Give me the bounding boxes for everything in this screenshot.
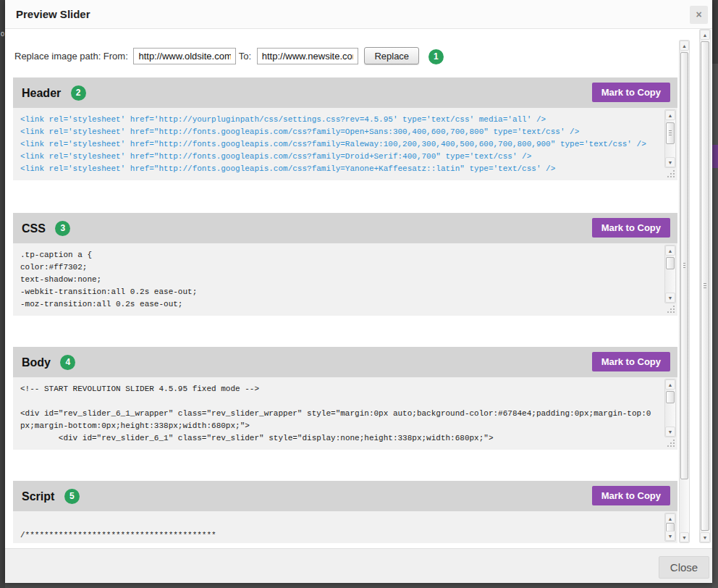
preview-slider-modal: Preview Slider × Replace image path: Fro… — [5, 0, 712, 583]
section-header-title: Header — [22, 87, 61, 99]
section-css: CSS 3 Mark to Copy .tp-caption a { color… — [13, 213, 677, 316]
scrollbar-thumb[interactable] — [701, 41, 709, 531]
close-icon[interactable]: × — [690, 6, 708, 24]
background-page-edge-right — [712, 0, 718, 588]
body-code-textarea[interactable]: <!-- START REVOLUTION SLIDER 4.5.95 fixe… — [13, 377, 677, 450]
step-badge-1: 1 — [428, 49, 444, 64]
css-code-scrollbar[interactable]: ▲ ▼ — [664, 245, 676, 303]
section-css-title: CSS — [22, 222, 46, 235]
resize-grip-icon[interactable] — [667, 169, 675, 178]
modal-frame-scrollbar[interactable]: ▲ ▼ — [699, 29, 711, 543]
section-script-title: Script — [22, 490, 54, 503]
section-css-title-bar: CSS 3 Mark to Copy — [13, 213, 677, 243]
scroll-down-icon[interactable]: ▼ — [680, 532, 689, 542]
thumb-grip-icon — [683, 263, 685, 269]
scroll-down-icon[interactable]: ▼ — [665, 427, 675, 437]
background-page-fragment: 0 — [1, 30, 4, 38]
modal-titlebar: Preview Slider × — [5, 0, 712, 29]
mark-to-copy-button-css[interactable]: Mark to Copy — [592, 218, 670, 238]
step-badge-5: 5 — [64, 489, 80, 504]
section-script: Script 5 Mark to Copy /*****************… — [13, 481, 677, 543]
section-script-title-bar: Script 5 Mark to Copy — [13, 481, 677, 511]
step-badge-3: 3 — [55, 221, 70, 236]
scrollbar-thumb[interactable] — [666, 257, 675, 269]
section-body-title: Body — [22, 356, 51, 369]
scroll-up-icon[interactable]: ▲ — [665, 379, 675, 390]
scroll-down-icon[interactable]: ▼ — [665, 293, 675, 303]
header-code-scrollbar[interactable]: ▲ ▼ — [664, 109, 676, 168]
scroll-up-icon[interactable]: ▲ — [665, 513, 675, 524]
section-body-title-bar: Body 4 Mark to Copy — [13, 347, 677, 377]
replace-path-label: Replace image path: From: — [14, 51, 128, 62]
modal-content-scrollbar[interactable]: ▲ ▼ — [679, 40, 690, 543]
header-code-textarea[interactable]: <link rel='stylesheet' href='http://your… — [13, 108, 677, 180]
scrollbar-thumb[interactable] — [680, 52, 688, 479]
section-header: Header 2 Mark to Copy <link rel='stylesh… — [13, 77, 677, 180]
modal-title: Preview Slider — [16, 8, 90, 20]
scroll-down-icon[interactable]: ▼ — [700, 532, 710, 542]
thumb-grip-icon — [704, 283, 706, 289]
script-code-textarea[interactable]: /***************************************… — [13, 511, 677, 543]
scroll-up-icon[interactable]: ▲ — [700, 30, 710, 40]
mark-to-copy-button-script[interactable]: Mark to Copy — [592, 486, 670, 505]
script-code-text: /***************************************… — [20, 517, 653, 542]
script-code-scrollbar[interactable]: ▲ ▼ — [664, 513, 676, 542]
background-dark-segment — [712, 0, 718, 64]
scrollbar-thumb[interactable] — [666, 122, 675, 144]
scroll-up-icon[interactable]: ▲ — [665, 245, 675, 256]
section-header-title-bar: Header 2 Mark to Copy — [13, 77, 677, 108]
thumb-grip-icon — [669, 130, 672, 136]
step-badge-4: 4 — [60, 355, 75, 370]
body-code-scrollbar[interactable]: ▲ ▼ — [664, 379, 676, 437]
scroll-up-icon[interactable]: ▲ — [665, 110, 675, 120]
background-page-edge-left: 0 — [0, 0, 5, 588]
step-badge-2: 2 — [71, 85, 86, 101]
header-code-text: <link rel='stylesheet' href='http://your… — [20, 114, 653, 175]
replace-button[interactable]: Replace — [364, 47, 419, 64]
modal-content: Replace image path: From: To: Replace 1 … — [13, 29, 677, 574]
modal-footer: Close — [5, 548, 712, 583]
scrollbar-thumb[interactable] — [666, 391, 675, 403]
replace-image-path-row: Replace image path: From: To: Replace 1 — [14, 47, 677, 66]
css-code-text: .tp-caption a { color:#ff7302; text-shad… — [20, 249, 653, 311]
scroll-up-icon[interactable]: ▲ — [680, 41, 689, 51]
from-url-input[interactable] — [133, 48, 236, 64]
resize-grip-icon[interactable] — [667, 439, 675, 448]
css-code-textarea[interactable]: .tp-caption a { color:#ff7302; text-shad… — [13, 243, 677, 316]
body-code-text: <!-- START REVOLUTION SLIDER 4.5.95 fixe… — [20, 383, 653, 445]
mark-to-copy-button-header[interactable]: Mark to Copy — [592, 83, 670, 102]
scroll-down-icon[interactable]: ▼ — [665, 531, 675, 541]
section-body: Body 4 Mark to Copy <!-- START REVOLUTIO… — [13, 347, 677, 450]
to-label: To: — [239, 51, 251, 62]
to-url-input[interactable] — [257, 48, 358, 64]
close-button[interactable]: Close — [659, 556, 709, 579]
scroll-down-icon[interactable]: ▼ — [665, 157, 675, 167]
resize-grip-icon[interactable] — [667, 305, 675, 314]
background-purple-fragment — [712, 145, 718, 168]
mark-to-copy-button-body[interactable]: Mark to Copy — [592, 352, 670, 371]
